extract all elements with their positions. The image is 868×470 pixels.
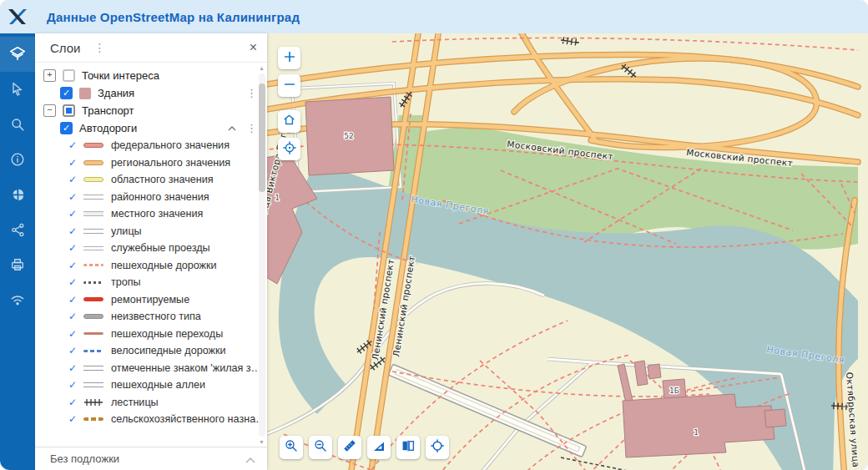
swipe-panels-icon — [401, 438, 416, 457]
legend-label: отмеченные знаком 'жилая зона' — [111, 362, 267, 374]
house-number-1c: 1 — [694, 428, 699, 437]
legend-check-icon[interactable]: ✓ — [68, 208, 83, 220]
panel-scrollbar-thumb[interactable] — [259, 83, 265, 192]
legend-check-icon[interactable]: ✓ — [68, 397, 83, 408]
legend-check-icon[interactable]: ✓ — [68, 311, 83, 322]
legend-check-icon[interactable]: ✓ — [68, 260, 83, 271]
legend-item[interactable]: ✓ремонтируемые — [35, 291, 267, 309]
legend-check-icon[interactable]: ✓ — [68, 345, 83, 356]
page-title: Данные OpenStreetMap на Калининград — [47, 10, 300, 24]
tree-expander-icon[interactable]: + — [43, 69, 56, 82]
legend-check-icon[interactable]: ✓ — [68, 242, 83, 254]
legend-label: местного значения — [111, 208, 203, 220]
chevron-up-icon[interactable] — [245, 452, 255, 467]
legend-item[interactable]: ✓регионального значения — [35, 154, 267, 172]
info-icon — [9, 151, 26, 168]
layer-tree-row[interactable]: −Транспорт — [35, 102, 267, 119]
zoom-box-out-button[interactable] — [309, 436, 332, 459]
legend-item[interactable]: ✓районного значения — [35, 189, 267, 206]
legend-check-icon[interactable]: ✓ — [68, 379, 83, 391]
legend-check-icon[interactable]: ✓ — [68, 174, 83, 185]
identify-pie-icon — [10, 187, 26, 203]
center-marker-button[interactable] — [426, 436, 449, 459]
plus-icon — [283, 50, 296, 67]
layer-tree-row[interactable]: +Точки интереса — [35, 67, 267, 84]
scroll-down-icon[interactable]: ▼ — [259, 439, 265, 445]
legend-check-icon[interactable]: ✓ — [68, 139, 83, 151]
share-button[interactable] — [0, 212, 35, 247]
layer-checkbox[interactable] — [63, 104, 75, 117]
measure-distance-button[interactable] — [338, 436, 361, 459]
legend-label: пешеходные переходы — [111, 328, 223, 340]
measure-area-button[interactable] — [367, 436, 391, 459]
layer-menu-icon[interactable]: ⋮ — [246, 122, 257, 134]
legend-item[interactable]: ✓отмеченные знаком 'жилая зона' — [35, 360, 267, 377]
legend-item[interactable]: ✓пешеходные дорожки — [35, 257, 267, 275]
zoom-out-button[interactable] — [278, 74, 300, 97]
layer-tree-row[interactable]: ✓Здания⋮ — [35, 84, 267, 102]
legend-label: улицы — [111, 225, 142, 237]
legend-check-icon[interactable]: ✓ — [68, 191, 83, 203]
legend-item[interactable]: ✓велосипедные дорожки — [35, 342, 267, 360]
wifi-icon — [9, 291, 26, 308]
select-pointer-button[interactable] — [0, 72, 35, 107]
legend-swatch — [83, 211, 103, 216]
legend-item[interactable]: ✓неизвестного типа — [35, 308, 267, 326]
scroll-up-icon[interactable]: ▲ — [259, 65, 265, 71]
share-icon — [10, 222, 26, 238]
layer-checkbox[interactable]: ✓ — [60, 122, 73, 134]
legend-check-icon[interactable]: ✓ — [68, 276, 83, 288]
geolocate-button[interactable] — [278, 138, 300, 160]
legend-swatch — [83, 398, 103, 407]
swipe-compare-button[interactable] — [396, 436, 420, 459]
printer-icon — [9, 256, 26, 273]
home-icon — [282, 113, 296, 130]
panel-menu-icon[interactable]: ⋮ — [93, 41, 105, 54]
layers-panel-button[interactable] — [0, 37, 35, 72]
panel-close-icon[interactable]: × — [250, 41, 257, 54]
legend-swatch — [83, 297, 103, 301]
legend-label: пешеходные дорожки — [111, 260, 217, 271]
layer-checkbox[interactable] — [63, 69, 75, 82]
legend-label: ремонтируемые — [111, 294, 189, 306]
tree-expander-icon[interactable]: − — [43, 104, 56, 117]
legend-item[interactable]: ✓тропы — [35, 274, 267, 291]
ruler-icon — [342, 438, 357, 457]
legend-item[interactable]: ✓областного значения — [35, 171, 267, 189]
legend-item[interactable]: ✓пешеходные аллеи — [35, 377, 267, 394]
info-button[interactable] — [0, 142, 35, 177]
legend-item[interactable]: ✓местного значения — [35, 205, 267, 223]
search-button[interactable] — [0, 107, 35, 142]
legend-item[interactable]: ✓улицы — [35, 223, 267, 240]
legend-item[interactable]: ✓федерального значения — [35, 137, 267, 154]
legend-item[interactable]: ✓сельскохозяйственного назнач... — [35, 411, 267, 428]
nextgis-logo-icon[interactable] — [0, 7, 35, 27]
legend-item[interactable]: ✓служебные проезды — [35, 240, 267, 257]
print-button[interactable] — [0, 247, 35, 282]
basemap-bar[interactable]: Без подложки — [35, 447, 267, 470]
map-view[interactable]: Московский проспект Московский проспект … — [267, 33, 868, 470]
legend-item[interactable]: ✓пешеходные переходы — [35, 326, 267, 343]
legend-check-icon[interactable]: ✓ — [68, 225, 83, 237]
legend-label: пешеходные аллеи — [111, 379, 205, 391]
zoom-in-button[interactable] — [278, 47, 300, 69]
legend-swatch — [83, 382, 103, 387]
network-button[interactable] — [0, 282, 35, 317]
layer-checkbox[interactable]: ✓ — [60, 87, 73, 99]
identify-button[interactable] — [0, 177, 35, 212]
legend-swatch — [83, 366, 103, 371]
set-square-icon — [371, 438, 386, 457]
legend-check-icon[interactable]: ✓ — [68, 413, 83, 425]
home-extent-button[interactable] — [278, 110, 300, 133]
tools-sidebar — [0, 33, 35, 470]
collapse-legend-icon[interactable] — [228, 126, 236, 131]
layer-tree-row[interactable]: ✓Автодороги⋮ — [35, 119, 267, 137]
legend-label: регионального значения — [111, 157, 230, 169]
zoom-box-in-button[interactable] — [280, 436, 303, 459]
layer-menu-icon[interactable]: ⋮ — [246, 87, 257, 99]
legend-check-icon[interactable]: ✓ — [68, 157, 83, 169]
legend-check-icon[interactable]: ✓ — [68, 294, 83, 306]
legend-check-icon[interactable]: ✓ — [68, 362, 83, 374]
legend-check-icon[interactable]: ✓ — [68, 328, 83, 340]
legend-item[interactable]: ✓лестницы — [35, 394, 267, 412]
